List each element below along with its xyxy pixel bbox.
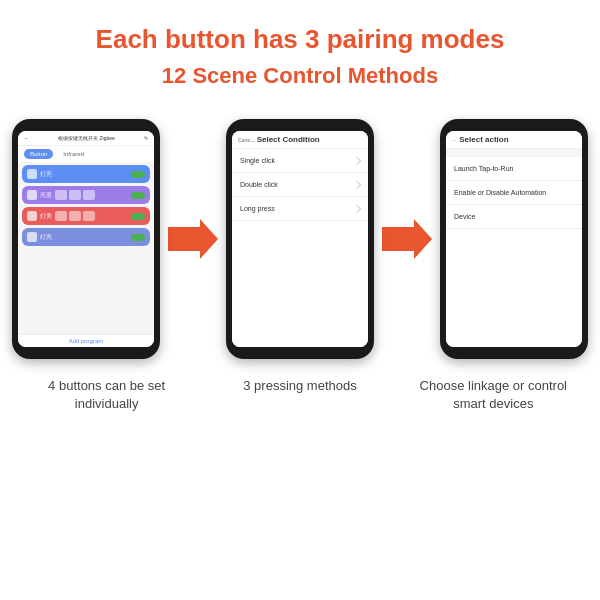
phone1-tab-infrared[interactable]: Infrared <box>57 149 90 159</box>
phones-section: ← 根据按键无线开关 Zigbee ✎ Button Infrared 灯亮 <box>0 109 600 369</box>
header-section: Each button has 3 pairing modes 12 Scene… <box>76 0 525 109</box>
phone1-row3-label: 灯美 <box>40 212 52 221</box>
phone1-wrapper: ← 根据按键无线开关 Zigbee ✎ Button Infrared 灯亮 <box>12 119 160 359</box>
phone2-screen: Canc... Select Condition Single click Do… <box>232 131 368 347</box>
phone2-item3-arrow <box>353 204 361 212</box>
label2: 3 pressing methods <box>220 377 380 413</box>
phone3-item1[interactable]: Launch Tap-to-Run <box>446 157 582 181</box>
phone1: ← 根据按键无线开关 Zigbee ✎ Button Infrared 灯亮 <box>12 119 160 359</box>
phone1-row1-dot <box>27 169 37 179</box>
svg-marker-1 <box>382 219 432 259</box>
phone1-row2-dot <box>27 190 37 200</box>
phone2-empty <box>232 221 368 347</box>
labels-section: 4 buttons can be set individually 3 pres… <box>0 369 600 413</box>
phone1-tabs: Button Infrared <box>18 146 154 162</box>
phone1-row2-label: 亮度 <box>40 191 52 200</box>
phone1-row2-blocks <box>55 190 128 200</box>
phone3: ← Select action Launch Tap-to-Run Enable… <box>440 119 588 359</box>
phone2-title: Select Condition <box>257 135 320 144</box>
phone1-row4-label: 灯亮 <box>40 233 52 242</box>
phone1-row4-toggle[interactable] <box>131 234 145 241</box>
svg-marker-0 <box>168 219 218 259</box>
phone1-row3-dot <box>27 211 37 221</box>
phone1-row3-blocks <box>55 211 128 221</box>
phone1-row3: 灯美 <box>22 207 150 225</box>
phone1-footer[interactable]: Add program <box>18 334 154 347</box>
arrow2-icon <box>382 219 432 259</box>
phone1-row1-toggle[interactable] <box>131 171 145 178</box>
phone2-wrapper: Canc... Select Condition Single click Do… <box>226 119 374 359</box>
phone2: Canc... Select Condition Single click Do… <box>226 119 374 359</box>
arrow1-icon <box>168 219 218 259</box>
phone1-row4: 灯亮 <box>22 228 150 246</box>
phone1-row1: 灯亮 <box>22 165 150 183</box>
phone3-title: Select action <box>459 135 508 144</box>
phone1-tab-button[interactable]: Button <box>24 149 53 159</box>
phone1-content: 灯亮 亮度 灯美 <box>18 162 154 334</box>
phone3-screen: ← Select action Launch Tap-to-Run Enable… <box>446 131 582 347</box>
phone1-row3-toggle[interactable] <box>131 213 145 220</box>
phone3-wrapper: ← Select action Launch Tap-to-Run Enable… <box>440 119 588 359</box>
label1: 4 buttons can be set individually <box>27 377 187 413</box>
phone1-row4-dot <box>27 232 37 242</box>
phone1-row2: 亮度 <box>22 186 150 204</box>
phone2-header: Canc... Select Condition <box>232 131 368 149</box>
phone2-item2[interactable]: Double click <box>232 173 368 197</box>
phone3-header: ← Select action <box>446 131 582 149</box>
phone3-empty <box>446 229 582 347</box>
main-title: Each button has 3 pairing modes <box>96 24 505 55</box>
phone1-header: ← 根据按键无线开关 Zigbee ✎ <box>18 131 154 146</box>
phone2-item2-arrow <box>353 180 361 188</box>
phone1-screen: ← 根据按键无线开关 Zigbee ✎ Button Infrared 灯亮 <box>18 131 154 347</box>
label3: Choose linkage or control smart devices <box>413 377 573 413</box>
phone2-item1[interactable]: Single click <box>232 149 368 173</box>
phone3-item2[interactable]: Enable or Disable Automation <box>446 181 582 205</box>
phone3-spacer <box>446 149 582 157</box>
sub-title: 12 Scene Control Methods <box>96 63 505 89</box>
phone3-item3[interactable]: Device <box>446 205 582 229</box>
phone1-row2-toggle[interactable] <box>131 192 145 199</box>
phone2-item1-arrow <box>353 156 361 164</box>
phone1-title: 根据按键无线开关 Zigbee <box>58 135 115 141</box>
phone2-item3[interactable]: Long press <box>232 197 368 221</box>
phone1-row1-label: 灯亮 <box>40 170 52 179</box>
